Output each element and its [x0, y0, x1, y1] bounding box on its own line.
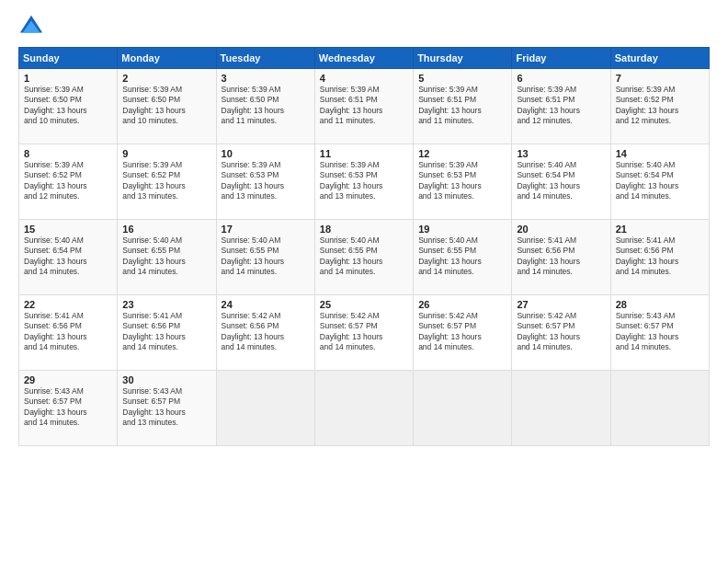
- calendar-cell: 10Sunrise: 5:39 AMSunset: 6:53 PMDayligh…: [216, 144, 314, 220]
- day-number: 8: [24, 148, 112, 159]
- day-number: 7: [616, 73, 704, 84]
- day-info: Sunrise: 5:39 AMSunset: 6:53 PMDaylight:…: [418, 160, 506, 202]
- day-info: Sunrise: 5:43 AMSunset: 6:57 PMDaylight:…: [24, 386, 112, 429]
- calendar-cell: 17Sunrise: 5:40 AMSunset: 6:55 PMDayligh…: [216, 220, 314, 295]
- weekday-header-thursday: Thursday: [414, 48, 512, 69]
- calendar-cell: 29Sunrise: 5:43 AMSunset: 6:57 PMDayligh…: [19, 371, 118, 446]
- day-info: Sunrise: 5:39 AMSunset: 6:50 PMDaylight:…: [24, 85, 112, 127]
- day-number: 11: [320, 148, 408, 159]
- calendar-cell: 27Sunrise: 5:42 AMSunset: 6:57 PMDayligh…: [512, 295, 610, 371]
- day-info: Sunrise: 5:39 AMSunset: 6:50 PMDaylight:…: [122, 85, 210, 127]
- weekday-header-saturday: Saturday: [610, 48, 709, 69]
- calendar-cell: 4Sunrise: 5:39 AMSunset: 6:51 PMDaylight…: [314, 69, 413, 144]
- day-info: Sunrise: 5:41 AMSunset: 6:56 PMDaylight:…: [517, 236, 605, 278]
- day-info: Sunrise: 5:39 AMSunset: 6:53 PMDaylight:…: [222, 160, 310, 202]
- day-number: 2: [122, 73, 210, 84]
- day-info: Sunrise: 5:42 AMSunset: 6:56 PMDaylight:…: [222, 311, 310, 353]
- calendar-cell: 25Sunrise: 5:42 AMSunset: 6:57 PMDayligh…: [314, 295, 413, 371]
- day-number: 19: [418, 224, 506, 235]
- day-info: Sunrise: 5:43 AMSunset: 6:57 PMDaylight:…: [616, 311, 704, 353]
- calendar-week-row: 29Sunrise: 5:43 AMSunset: 6:57 PMDayligh…: [19, 371, 710, 446]
- day-info: Sunrise: 5:40 AMSunset: 6:55 PMDaylight:…: [320, 236, 408, 278]
- calendar-cell: [414, 371, 512, 446]
- day-info: Sunrise: 5:40 AMSunset: 6:54 PMDaylight:…: [616, 160, 704, 202]
- calendar-cell: 16Sunrise: 5:40 AMSunset: 6:55 PMDayligh…: [118, 220, 216, 295]
- weekday-header-wednesday: Wednesday: [314, 48, 413, 69]
- calendar-week-row: 8Sunrise: 5:39 AMSunset: 6:52 PMDaylight…: [19, 144, 710, 220]
- day-number: 28: [616, 299, 704, 310]
- weekday-header-row: SundayMondayTuesdayWednesdayThursdayFrid…: [19, 48, 710, 69]
- day-info: Sunrise: 5:41 AMSunset: 6:56 PMDaylight:…: [24, 311, 112, 353]
- calendar-cell: 8Sunrise: 5:39 AMSunset: 6:52 PMDaylight…: [19, 144, 118, 220]
- calendar-cell: 1Sunrise: 5:39 AMSunset: 6:50 PMDaylight…: [19, 69, 118, 144]
- day-number: 30: [122, 374, 210, 385]
- day-number: 4: [320, 73, 408, 84]
- calendar-week-row: 22Sunrise: 5:41 AMSunset: 6:56 PMDayligh…: [19, 295, 710, 371]
- day-number: 9: [122, 148, 210, 159]
- day-number: 10: [222, 148, 310, 159]
- day-number: 23: [122, 299, 210, 310]
- day-info: Sunrise: 5:40 AMSunset: 6:55 PMDaylight:…: [122, 236, 210, 278]
- day-number: 14: [616, 148, 704, 159]
- day-number: 12: [418, 148, 506, 159]
- calendar-cell: 9Sunrise: 5:39 AMSunset: 6:52 PMDaylight…: [118, 144, 216, 220]
- calendar-cell: 3Sunrise: 5:39 AMSunset: 6:50 PMDaylight…: [216, 69, 314, 144]
- day-number: 5: [418, 73, 506, 84]
- day-number: 1: [24, 73, 112, 84]
- day-info: Sunrise: 5:41 AMSunset: 6:56 PMDaylight:…: [122, 311, 210, 353]
- day-number: 15: [24, 224, 112, 235]
- calendar-cell: 24Sunrise: 5:42 AMSunset: 6:56 PMDayligh…: [216, 295, 314, 371]
- calendar-cell: 13Sunrise: 5:40 AMSunset: 6:54 PMDayligh…: [512, 144, 610, 220]
- calendar-cell: 12Sunrise: 5:39 AMSunset: 6:53 PMDayligh…: [414, 144, 512, 220]
- weekday-header-friday: Friday: [512, 48, 610, 69]
- day-info: Sunrise: 5:41 AMSunset: 6:56 PMDaylight:…: [616, 236, 704, 278]
- day-info: Sunrise: 5:39 AMSunset: 6:51 PMDaylight:…: [320, 85, 408, 127]
- calendar-cell: 6Sunrise: 5:39 AMSunset: 6:51 PMDaylight…: [512, 69, 610, 144]
- day-info: Sunrise: 5:40 AMSunset: 6:55 PMDaylight:…: [222, 236, 310, 278]
- calendar-cell: [216, 371, 314, 446]
- calendar-cell: [610, 371, 709, 446]
- day-number: 20: [517, 224, 605, 235]
- calendar-cell: 15Sunrise: 5:40 AMSunset: 6:54 PMDayligh…: [19, 220, 118, 295]
- day-number: 27: [517, 299, 605, 310]
- day-info: Sunrise: 5:42 AMSunset: 6:57 PMDaylight:…: [320, 311, 408, 353]
- day-info: Sunrise: 5:39 AMSunset: 6:52 PMDaylight:…: [616, 85, 704, 127]
- calendar-cell: 26Sunrise: 5:42 AMSunset: 6:57 PMDayligh…: [414, 295, 512, 371]
- calendar-week-row: 15Sunrise: 5:40 AMSunset: 6:54 PMDayligh…: [19, 220, 710, 295]
- day-number: 22: [24, 299, 112, 310]
- day-info: Sunrise: 5:39 AMSunset: 6:51 PMDaylight:…: [517, 85, 605, 127]
- day-number: 21: [616, 224, 704, 235]
- weekday-header-tuesday: Tuesday: [216, 48, 314, 69]
- day-info: Sunrise: 5:40 AMSunset: 6:54 PMDaylight:…: [24, 236, 112, 278]
- calendar-cell: 2Sunrise: 5:39 AMSunset: 6:50 PMDaylight…: [118, 69, 216, 144]
- day-info: Sunrise: 5:42 AMSunset: 6:57 PMDaylight:…: [517, 311, 605, 353]
- day-number: 16: [122, 224, 210, 235]
- calendar-cell: 5Sunrise: 5:39 AMSunset: 6:51 PMDaylight…: [414, 69, 512, 144]
- calendar-cell: 19Sunrise: 5:40 AMSunset: 6:55 PMDayligh…: [414, 220, 512, 295]
- day-number: 29: [24, 374, 112, 385]
- calendar-cell: 30Sunrise: 5:43 AMSunset: 6:57 PMDayligh…: [118, 371, 216, 446]
- calendar-cell: 11Sunrise: 5:39 AMSunset: 6:53 PMDayligh…: [314, 144, 413, 220]
- logo: [18, 14, 48, 40]
- day-info: Sunrise: 5:39 AMSunset: 6:53 PMDaylight:…: [320, 160, 408, 202]
- day-info: Sunrise: 5:43 AMSunset: 6:57 PMDaylight:…: [122, 386, 210, 429]
- calendar-cell: 23Sunrise: 5:41 AMSunset: 6:56 PMDayligh…: [118, 295, 216, 371]
- calendar-cell: 18Sunrise: 5:40 AMSunset: 6:55 PMDayligh…: [314, 220, 413, 295]
- header: [18, 14, 710, 40]
- day-number: 17: [222, 224, 310, 235]
- day-info: Sunrise: 5:40 AMSunset: 6:54 PMDaylight:…: [517, 160, 605, 202]
- day-number: 18: [320, 224, 408, 235]
- weekday-header-sunday: Sunday: [19, 48, 118, 69]
- calendar-week-row: 1Sunrise: 5:39 AMSunset: 6:50 PMDaylight…: [19, 69, 710, 144]
- page: SundayMondayTuesdayWednesdayThursdayFrid…: [0, 0, 728, 563]
- calendar-cell: 21Sunrise: 5:41 AMSunset: 6:56 PMDayligh…: [610, 220, 709, 295]
- calendar-cell: 7Sunrise: 5:39 AMSunset: 6:52 PMDaylight…: [610, 69, 709, 144]
- day-number: 6: [517, 73, 605, 84]
- calendar-cell: 22Sunrise: 5:41 AMSunset: 6:56 PMDayligh…: [19, 295, 118, 371]
- day-info: Sunrise: 5:39 AMSunset: 6:50 PMDaylight:…: [222, 85, 310, 127]
- logo-icon: [18, 14, 44, 40]
- calendar-cell: [314, 371, 413, 446]
- day-number: 25: [320, 299, 408, 310]
- calendar-cell: 14Sunrise: 5:40 AMSunset: 6:54 PMDayligh…: [610, 144, 709, 220]
- day-info: Sunrise: 5:39 AMSunset: 6:52 PMDaylight:…: [24, 160, 112, 202]
